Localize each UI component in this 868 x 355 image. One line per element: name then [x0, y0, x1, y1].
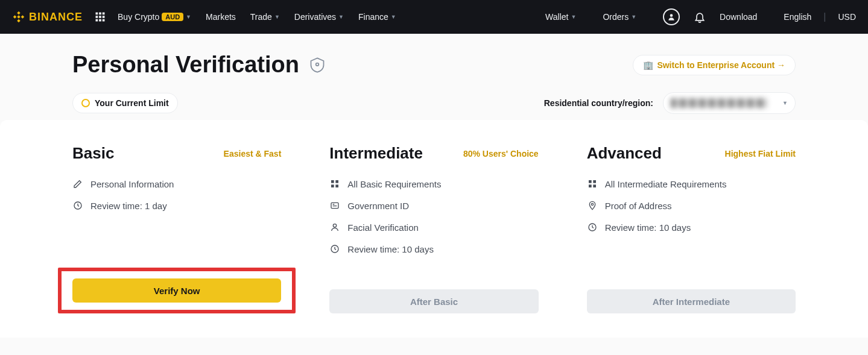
binance-logo-icon — [12, 10, 25, 24]
chevron-down-icon: ▼ — [391, 14, 396, 20]
svg-rect-19 — [589, 180, 592, 183]
id-card-icon — [329, 200, 340, 211]
verify-now-button[interactable]: Verify Now — [72, 278, 281, 303]
svg-rect-14 — [331, 184, 334, 187]
req-all-basic: All Basic Requirements — [329, 178, 538, 189]
nav-finance[interactable]: Finance ▼ — [358, 12, 396, 22]
req-label: Government ID — [347, 201, 409, 211]
info-row: Your Current Limit Residential country/r… — [72, 92, 796, 114]
nav-download[interactable]: Download — [720, 12, 757, 22]
svg-rect-2 — [103, 13, 105, 15]
verification-tiers: Basic Easiest & Fast Personal Informatio… — [0, 120, 868, 338]
req-facial: Facial Verification — [329, 222, 538, 233]
req-label: All Basic Requirements — [347, 179, 441, 189]
country-select[interactable]: ▼ — [663, 92, 796, 114]
req-label: Facial Verification — [347, 222, 419, 233]
nav-markets-label: Markets — [206, 12, 236, 22]
clock-icon — [587, 222, 598, 233]
svg-rect-13 — [336, 180, 339, 183]
brand-text: BINANCE — [29, 11, 83, 24]
nav-currency[interactable]: USD — [838, 12, 856, 22]
nav-language-label: English — [784, 12, 811, 22]
tier-advanced: Advanced Highest Fiat Limit All Intermed… — [587, 144, 796, 313]
req-label: Personal Information — [90, 179, 174, 189]
tier-advanced-title: Advanced — [587, 144, 662, 163]
country-label: Residential country/region: — [544, 98, 653, 108]
svg-rect-15 — [336, 184, 339, 187]
clock-icon — [329, 243, 340, 254]
after-intermediate-button: After Intermediate — [587, 289, 796, 313]
req-gov-id: Government ID — [329, 200, 538, 211]
edit-icon — [72, 178, 83, 189]
svg-rect-4 — [99, 16, 101, 18]
req-review-time: Review time: 10 days — [329, 243, 538, 254]
page-content: Personal Verification 🏢 Switch to Enterp… — [0, 34, 868, 355]
country-section: Residential country/region: ▼ — [544, 92, 796, 114]
limit-dot-icon — [81, 99, 90, 107]
req-all-intermediate: All Intermediate Requirements — [587, 178, 796, 189]
notifications-icon[interactable] — [692, 9, 708, 25]
tier-intermediate-tag: 80% Users' Choice — [463, 149, 539, 159]
spacer — [587, 243, 796, 289]
after-basic-label: After Basic — [410, 297, 458, 307]
chevron-down-icon: ▼ — [274, 14, 280, 20]
clock-icon — [72, 200, 83, 211]
tier-intermediate: Intermediate 80% Users' Choice All Basic… — [329, 144, 538, 313]
verify-now-label: Verify Now — [154, 286, 200, 296]
nav-wallet-label: Wallet — [545, 12, 568, 22]
nav-download-label: Download — [720, 12, 757, 22]
chevron-down-icon: ▼ — [338, 14, 344, 20]
nav-buy-crypto-label: Buy Crypto — [118, 12, 159, 22]
tier-basic-header: Basic Easiest & Fast — [72, 144, 281, 163]
svg-point-9 — [670, 14, 673, 17]
shield-icon — [309, 57, 326, 74]
tier-advanced-tag: Highest Fiat Limit — [725, 149, 796, 159]
nav-wallet[interactable]: Wallet ▼ — [545, 12, 576, 22]
title-left: Personal Verification — [72, 52, 326, 78]
req-label: Review time: 10 days — [605, 222, 691, 233]
req-review-time: Review time: 10 days — [587, 222, 796, 233]
grid-icon — [329, 178, 340, 189]
current-limit-pill[interactable]: Your Current Limit — [72, 93, 178, 113]
nav-currency-label: USD — [838, 12, 856, 22]
title-row: Personal Verification 🏢 Switch to Enterp… — [72, 52, 796, 78]
apps-grid-icon[interactable] — [95, 11, 106, 22]
user-account-icon[interactable] — [663, 8, 680, 25]
tier-basic: Basic Easiest & Fast Personal Informatio… — [72, 144, 281, 313]
switch-enterprise-button[interactable]: 🏢 Switch to Enterprise Account → — [633, 55, 796, 75]
building-icon: 🏢 — [643, 60, 653, 70]
grid-icon — [587, 178, 598, 189]
after-basic-button: After Basic — [329, 289, 538, 313]
svg-rect-22 — [593, 184, 596, 187]
req-personal-info: Personal Information — [72, 178, 281, 189]
req-label: Proof of Address — [605, 201, 672, 211]
user-icon — [329, 222, 340, 233]
svg-point-17 — [334, 224, 337, 227]
brand-logo[interactable]: BINANCE — [12, 10, 83, 24]
svg-rect-7 — [99, 19, 101, 22]
req-label: Review time: 10 days — [347, 244, 434, 254]
chevron-down-icon: ▼ — [571, 14, 576, 20]
nav-derivatives[interactable]: Derivatives ▼ — [294, 12, 344, 22]
req-proof-address: Proof of Address — [587, 200, 796, 211]
nav-trade[interactable]: Trade ▼ — [250, 12, 280, 22]
divider: | — [823, 11, 826, 22]
location-icon — [587, 200, 598, 211]
page-title: Personal Verification — [72, 52, 299, 78]
svg-rect-20 — [593, 180, 596, 183]
svg-rect-1 — [99, 13, 101, 15]
svg-rect-8 — [103, 19, 105, 22]
svg-point-10 — [316, 63, 319, 66]
svg-rect-0 — [96, 13, 98, 15]
nav-language[interactable]: English — [784, 12, 811, 22]
nav-markets[interactable]: Markets — [206, 12, 236, 22]
nav-derivatives-label: Derivatives — [294, 12, 336, 22]
currency-badge: AUD — [162, 13, 183, 21]
svg-rect-12 — [331, 180, 334, 183]
svg-rect-5 — [103, 16, 105, 18]
spacer — [329, 265, 538, 289]
nav-orders[interactable]: Orders ▼ — [603, 12, 636, 22]
tier-basic-title: Basic — [72, 144, 114, 163]
nav-buy-crypto[interactable]: Buy Crypto AUD ▼ — [118, 12, 191, 22]
after-intermediate-label: After Intermediate — [653, 297, 730, 307]
